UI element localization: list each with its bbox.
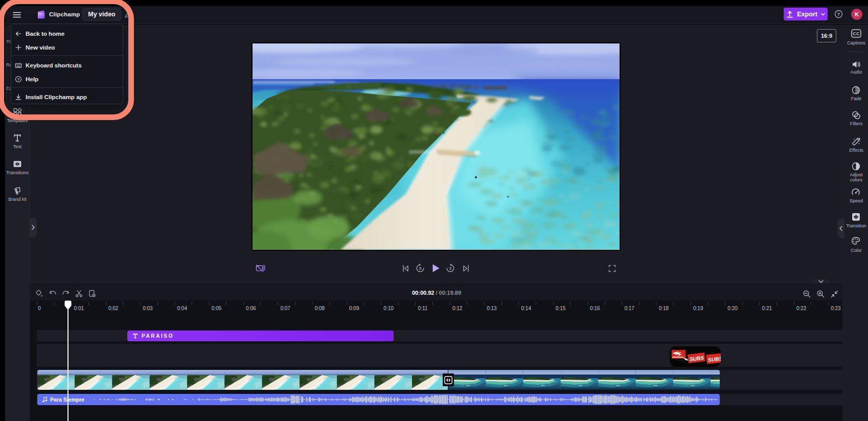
svg-text:5: 5 [419,266,422,271]
svg-text:?: ? [837,11,840,17]
svg-text:CC: CC [853,31,859,36]
svg-text:SUBS: SUBS [707,355,721,363]
svg-text:5: 5 [449,266,452,271]
